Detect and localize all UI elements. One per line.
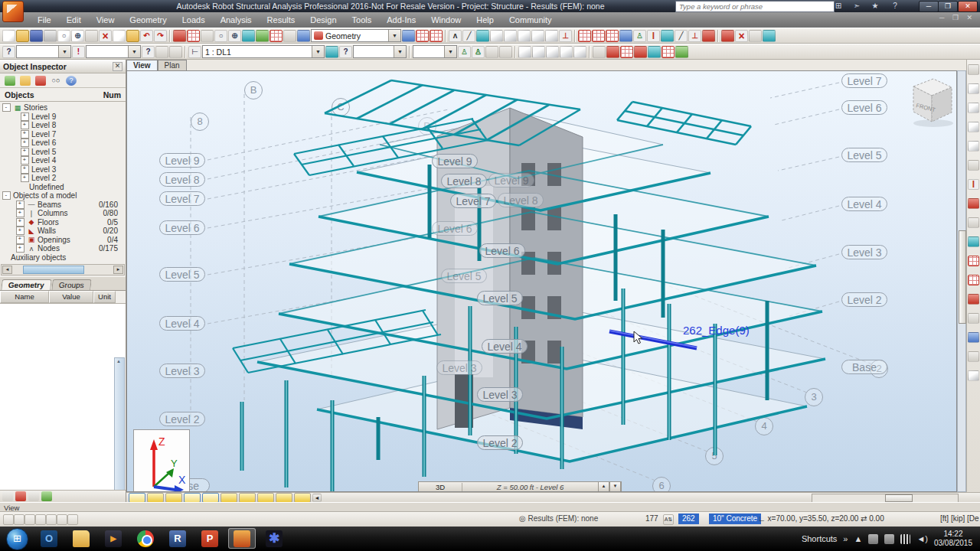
red-table-icon[interactable] [620,46,633,58]
collapse-icon[interactable] [2,191,11,200]
menu-geometry[interactable]: Geometry [122,14,173,26]
inspector-search-icon[interactable]: ○ [51,76,61,86]
profile-icon[interactable] [968,179,979,190]
calculator-icon[interactable] [173,30,186,42]
object-column-icon[interactable] [532,46,545,58]
expand-icon[interactable] [16,201,24,209]
model-viewport[interactable]: B 8 C D 7 2 3 4 5 6 [126,70,957,492]
menu-window[interactable]: Window [424,14,468,26]
inspector-close-icon[interactable]: ✕ [113,62,122,71]
inspector-help-icon[interactable]: ? [66,76,77,86]
node-display-toggle[interactable] [129,493,145,503]
flag-icon[interactable] [15,491,26,501]
more-options-icon[interactable]: ◄ [312,494,322,502]
network-icon[interactable] [900,534,910,544]
print-preview-icon[interactable] [57,30,70,42]
material-icon[interactable] [661,30,674,42]
numbers-icon[interactable] [968,256,979,266]
next-view-icon[interactable] [499,46,512,58]
print-icon[interactable] [44,30,57,42]
layout-tabs-icon[interactable] [297,30,310,42]
numbering-toggle[interactable] [276,493,292,503]
expand-icon[interactable] [21,174,29,182]
view-cube[interactable]: FRONT [904,74,957,129]
list-view-icon[interactable] [28,491,39,501]
release-icon[interactable] [675,30,688,42]
cladding-icon[interactable] [619,30,632,42]
object-shell-icon[interactable] [573,46,586,58]
section-ibeam-icon[interactable] [647,30,660,42]
scroll-right-icon[interactable]: ► [113,266,123,274]
tab-groups[interactable]: Groups [51,279,91,290]
brace-icon[interactable] [721,30,734,42]
search-document-icon[interactable] [71,30,84,42]
person-review-icon[interactable] [633,30,646,42]
lock-icon[interactable] [201,30,214,42]
walk-mode-icon[interactable] [458,46,471,58]
taskbar-outlook[interactable]: O [35,528,63,549]
load-display-icon[interactable] [325,46,338,58]
floor-tool-icon[interactable] [531,30,544,42]
inquiry-icon[interactable] [142,46,155,58]
undo-icon[interactable] [140,30,153,42]
sphere-render-icon[interactable] [648,46,661,58]
results-table-icon[interactable] [430,30,443,42]
view-tool-icon[interactable] [968,64,979,75]
menu-results[interactable]: Results [260,14,302,26]
deformation-icon[interactable] [968,236,979,247]
tray-app-icon[interactable] [884,534,894,544]
render-icon[interactable] [968,160,979,171]
slab-display-toggle[interactable] [239,493,256,503]
scrollbar-thumb[interactable] [885,494,913,502]
story-grid-icon[interactable] [578,30,591,42]
viewport-vertical-scrollbar[interactable] [957,70,966,492]
cut-mode-icon[interactable] [35,514,46,525]
tree-item-model[interactable]: Objects of a model [0,191,126,201]
grid-plus-icon[interactable] [662,46,675,58]
menu-tools[interactable]: Tools [345,14,379,26]
expand-icon[interactable] [16,218,24,227]
house-model-icon[interactable] [593,46,606,58]
object-floor-icon[interactable] [546,46,559,58]
taskbar-explorer[interactable] [67,528,95,549]
arc-tool-icon[interactable] [476,30,489,42]
node-selection-combo[interactable]: ▼ [16,45,71,58]
menu-help[interactable]: Help [469,14,501,26]
supports-icon[interactable] [968,198,979,209]
level-up-icon[interactable]: ▲ [598,481,609,492]
panel-display-toggle[interactable] [165,493,182,503]
grid-display-icon[interactable] [968,275,979,285]
axis-grid-icon[interactable] [592,30,605,42]
section-cut-icon[interactable] [634,46,647,58]
prev-view-icon[interactable] [485,46,498,58]
wrench-icon[interactable] [283,30,296,42]
screen-capture-icon[interactable] [85,30,98,42]
object-contour-icon[interactable] [518,46,531,58]
orbit-3d-icon[interactable] [242,30,255,42]
tree-item-beams[interactable]: — Beams 0/160 [0,201,126,210]
section-grid-icon[interactable] [606,30,619,42]
object-wall-icon[interactable] [560,46,573,58]
close-button[interactable]: ✕ [958,1,978,12]
expand-icon[interactable] [21,165,29,174]
bar-display-toggle[interactable] [147,493,164,503]
support-symbol-toggle[interactable] [220,493,237,503]
tab-geometry[interactable]: Geometry [1,279,51,290]
tree-item-level[interactable]: Level 3 [0,165,126,174]
communication-icon[interactable]: ➣ [851,2,862,11]
panel-display-icon[interactable] [968,103,979,113]
funnel-filter-icon[interactable] [20,76,31,86]
section-shape-toggle[interactable] [184,493,201,503]
tree-item-stories[interactable]: ▦ Stories [0,103,126,112]
tables-icon[interactable] [187,30,200,42]
offset-icon[interactable] [688,30,701,42]
loads-display-icon[interactable] [968,217,979,228]
tab-view[interactable]: View [126,60,158,70]
column-tool-icon[interactable] [518,30,531,42]
delete-icon[interactable] [99,30,112,42]
home-view-icon[interactable] [155,46,168,58]
person-help-icon[interactable] [472,46,485,58]
taskbar-chrome[interactable] [132,528,159,549]
opening-tool-icon[interactable] [504,30,517,42]
table-display-icon[interactable] [968,332,979,343]
